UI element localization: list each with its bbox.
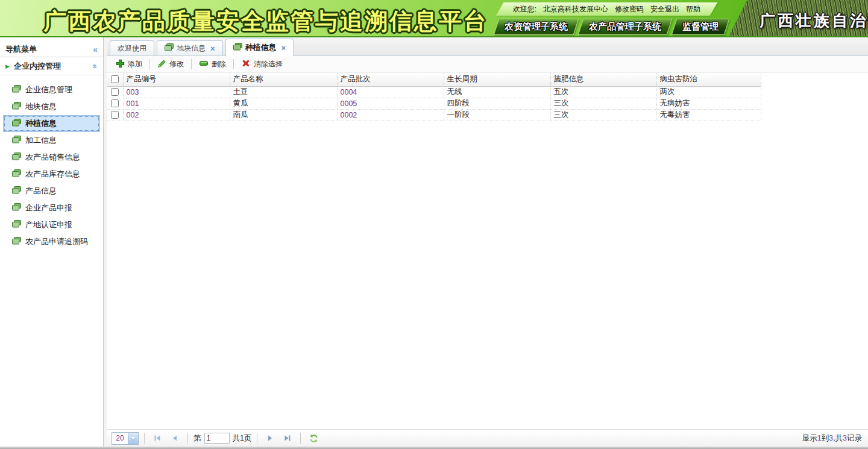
tab-planting-info[interactable]: 种植信息 × <box>225 39 294 56</box>
folder-icon <box>12 220 21 230</box>
page-size-select[interactable]: 20 <box>112 432 139 445</box>
nav-sidebar: 导航菜单 « ▶ 企业内控管理 « 企业信息管理 地块信息 种植信息 加工信息 <box>0 37 104 447</box>
data-grid: 产品编号 产品名称 产品批次 生长周期 施肥信息 病虫害防治 003 土豆 00… <box>107 73 761 121</box>
help-link[interactable]: 帮助 <box>686 4 700 14</box>
column-header: 产品批次 <box>337 73 444 86</box>
edit-button[interactable]: 修改 <box>152 57 189 72</box>
select-all-checkbox[interactable] <box>111 75 119 83</box>
prev-page-button[interactable] <box>168 432 182 445</box>
table-row[interactable]: 003 土豆 0004 无线 五次 两次 <box>107 86 761 98</box>
table-row[interactable]: 001 黄瓜 0005 四阶段 三次 无病妨害 <box>107 98 761 109</box>
welcome-prefix: 欢迎您: <box>513 4 536 14</box>
grid-toolbar: 添加 修改 删除 清除选择 <box>107 56 868 73</box>
pager-separator <box>144 433 145 444</box>
column-header: 生长周期 <box>444 73 550 86</box>
folder-icon <box>233 43 242 52</box>
sidebar-item-enterprise-info[interactable]: 企业信息管理 <box>3 81 100 98</box>
grid-empty-area <box>107 121 868 430</box>
column-header: 产品编号 <box>123 73 230 86</box>
page-title: 广西农产品质量安全监管与追溯信息平台 <box>43 6 488 37</box>
total-pages-label: 共1页 <box>233 433 252 444</box>
sidebar-item-sales-info[interactable]: 农产品销售信息 <box>3 149 100 166</box>
group-arrow-icon: ▶ <box>5 63 10 69</box>
tab-welcome[interactable]: 欢迎使用 <box>110 40 154 55</box>
sidebar-item-product-declaration[interactable]: 企业产品申报 <box>3 199 100 216</box>
header-banner: 广西农产品质量安全监管与追溯信息平台 欢迎您: 北京高科技发展中心 修改密码 安… <box>0 0 868 37</box>
folder-icon <box>12 85 21 95</box>
clear-selection-icon <box>241 58 251 70</box>
folder-icon <box>12 119 21 128</box>
last-page-button[interactable] <box>280 432 295 445</box>
sidebar-item-product-info[interactable]: 产品信息 <box>3 183 100 199</box>
close-icon[interactable]: × <box>210 44 215 53</box>
sidebar-title: 导航菜单 <box>5 44 37 55</box>
sidebar-collapse-icon[interactable]: « <box>93 45 98 54</box>
folder-icon <box>12 136 21 145</box>
delete-button[interactable]: 删除 <box>193 57 231 72</box>
toolbar-separator <box>149 59 150 69</box>
first-page-button[interactable] <box>150 432 165 445</box>
grid-header-row: 产品编号 产品名称 产品批次 生长周期 施肥信息 病虫害防治 <box>107 73 761 86</box>
sidebar-item-origin-certification[interactable]: 产地认证申报 <box>3 216 100 233</box>
change-password-link[interactable]: 修改密码 <box>615 4 644 14</box>
pager-bar: 20 第 共1页 显示1到3,共3记录 <box>107 429 868 447</box>
refresh-icon[interactable] <box>306 432 321 445</box>
pager-separator <box>187 433 188 444</box>
wheat-photo: 广西壮族自治区 <box>728 0 868 37</box>
sidebar-menu: 企业信息管理 地块信息 种植信息 加工信息 农产品销售信息 农产品库存信息 产品… <box>0 75 103 250</box>
pager-separator <box>257 433 257 444</box>
column-header: 产品名称 <box>230 73 337 86</box>
folder-icon <box>12 186 21 196</box>
main-panel: 欢迎使用 地块信息 × 种植信息 × 添加 修改 删除 <box>107 37 868 447</box>
subsystem-agri-products-button[interactable]: 农产品管理子系统 <box>578 19 673 35</box>
edit-icon <box>157 59 166 70</box>
window-bottom-edge <box>0 447 868 449</box>
table-row[interactable]: 002 南瓜 0002 一阶段 三次 无毒妨害 <box>107 109 761 121</box>
add-button[interactable]: 添加 <box>110 57 148 72</box>
chevron-down-icon <box>128 433 138 444</box>
folder-icon <box>12 203 21 213</box>
subsystem-agri-materials-button[interactable]: 农资管理子系统 <box>494 19 579 35</box>
folder-icon <box>12 102 21 111</box>
folder-icon <box>12 169 21 179</box>
logout-link[interactable]: 安全退出 <box>650 4 679 14</box>
folder-icon <box>165 43 174 53</box>
sidebar-item-planting-info[interactable]: 种植信息 <box>3 115 100 132</box>
page-number-input[interactable] <box>204 433 230 444</box>
subsystem-supervision-button[interactable]: 监督管理 <box>671 19 730 35</box>
toolbar-separator <box>191 59 192 69</box>
clear-selection-button[interactable]: 清除选择 <box>236 57 288 72</box>
sidebar-item-processing-info[interactable]: 加工信息 <box>3 132 100 149</box>
page-prefix-label: 第 <box>193 433 201 444</box>
welcome-bar: 欢迎您: 北京高科技发展中心 修改密码 安全退出 帮助 <box>495 2 717 16</box>
folder-icon <box>12 152 21 162</box>
sidebar-item-plot-info[interactable]: 地块信息 <box>3 98 100 115</box>
region-label: 广西壮族自治区 <box>760 10 868 31</box>
row-checkbox[interactable] <box>111 99 119 107</box>
subsystem-nav: 农资管理子系统 农产品管理子系统 监督管理 <box>496 19 727 35</box>
sidebar-item-inventory-info[interactable]: 农产品库存信息 <box>3 166 100 183</box>
sidebar-item-traceability-code[interactable]: 农产品申请追溯码 <box>3 233 100 250</box>
column-header: 施肥信息 <box>550 73 656 86</box>
toolbar-separator <box>233 59 234 69</box>
row-checkbox[interactable] <box>111 88 119 96</box>
close-icon[interactable]: × <box>281 43 286 52</box>
folder-icon <box>12 237 21 246</box>
tab-bar: 欢迎使用 地块信息 × 种植信息 × <box>107 37 868 56</box>
row-checkbox[interactable] <box>111 111 119 119</box>
add-icon <box>116 59 125 70</box>
sidebar-group-internal-control[interactable]: ▶ 企业内控管理 « <box>0 57 103 75</box>
pager-separator <box>300 433 301 444</box>
current-user: 北京高科技发展中心 <box>543 4 608 14</box>
record-count-status: 显示1到3,共3记录 <box>802 433 862 444</box>
delete-icon <box>199 58 209 70</box>
column-header: 病虫害防治 <box>656 73 761 86</box>
tab-plot-info[interactable]: 地块信息 × <box>157 40 223 55</box>
group-collapse-icon[interactable]: « <box>91 64 99 69</box>
next-page-button[interactable] <box>263 432 277 445</box>
